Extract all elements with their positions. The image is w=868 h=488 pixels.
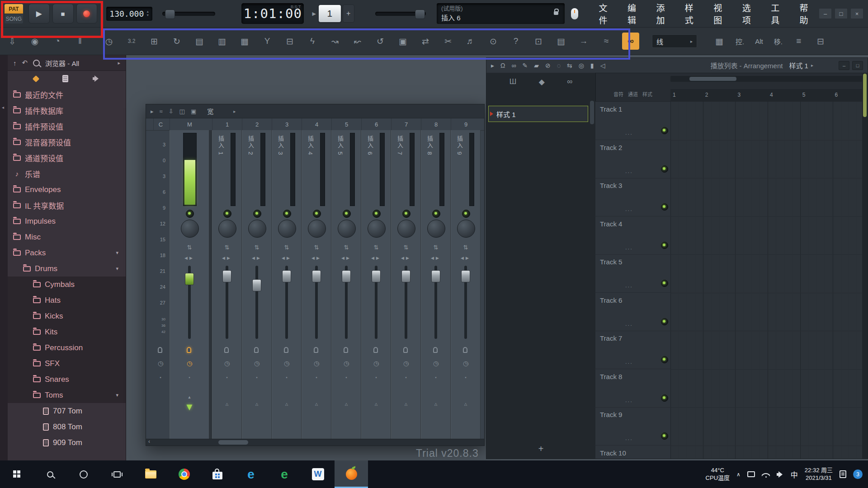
channel-enable-led[interactable]	[462, 210, 470, 218]
brush-icon[interactable]: ▰	[534, 62, 539, 69]
slot-clock-icon[interactable]: ◷	[403, 360, 409, 367]
browser-item-plugin-presets[interactable]: 插件预设值	[8, 118, 126, 134]
tray-overflow-icon[interactable]: ∧	[736, 471, 741, 478]
split-channels-icon[interactable]: Y	[259, 33, 276, 50]
volume-fader[interactable]	[188, 266, 191, 339]
fader-handle[interactable]	[342, 270, 351, 282]
menu-add[interactable]: 添加	[656, 1, 672, 26]
track-options-button[interactable]: ...	[625, 206, 633, 212]
wps-taskbar-icon[interactable]: W	[301, 460, 335, 488]
browser-up-icon[interactable]: ↑	[13, 59, 17, 67]
browser-item-sfx[interactable]: SFX	[8, 356, 126, 371]
picker-scrollbar[interactable]	[590, 101, 594, 124]
record-audio-icon[interactable]: ♬	[462, 33, 479, 50]
channel-enable-led[interactable]	[432, 210, 440, 218]
fader-handle[interactable]	[372, 270, 381, 282]
channel-enable-led[interactable]	[223, 210, 231, 218]
mixer-header-channel-2[interactable]: 2	[242, 118, 272, 130]
playlist-track-8[interactable]: Track 8...	[595, 369, 670, 408]
mixer-titlebar[interactable]: ▸≈⇩◫▣ 宽 ▸	[146, 104, 484, 118]
browser-item-channel-presets[interactable]: 通道预设值	[8, 150, 126, 166]
browser-item-plugin-database[interactable]: 插件数据库	[8, 103, 126, 118]
playlist-track-5[interactable]: Track 5...	[595, 254, 670, 293]
browser-item-kicks[interactable]: Kicks	[8, 308, 126, 324]
volume-fader[interactable]	[375, 266, 377, 339]
mixer-strip-4[interactable]: 插入 4⇅◀▶◷•▵	[302, 130, 331, 439]
step-editing-icon[interactable]: ▤	[191, 33, 208, 50]
project-files-icon[interactable]: ⊟	[812, 33, 829, 50]
slider-handle[interactable]	[165, 9, 175, 19]
channel-enable-led[interactable]	[283, 210, 291, 218]
ctrl-button[interactable]: 控.	[732, 33, 747, 50]
task-view-button[interactable]	[100, 460, 134, 488]
browser-item-909-tom[interactable]: 909 Tom	[8, 435, 126, 450]
browser-item-kits[interactable]: Kits	[8, 324, 126, 340]
mixer-header-channel-8[interactable]: 8	[421, 118, 451, 130]
track-options-button[interactable]: ...	[625, 397, 633, 404]
mixer-scrollbar[interactable]: ‹	[146, 439, 484, 446]
browser-item-impulses[interactable]: Impulses	[8, 213, 126, 229]
line-tool-selector[interactable]: 线 ▸	[652, 34, 697, 48]
track-enable-led[interactable]	[661, 242, 668, 249]
master-volume-slider[interactable]	[162, 12, 215, 16]
record-button[interactable]	[76, 4, 98, 23]
channel-pan-knob[interactable]	[338, 220, 356, 238]
content-file-icon[interactable]	[62, 75, 68, 82]
playlist-horizontal-scrollbar[interactable]	[670, 76, 862, 82]
delete-icon[interactable]: ⊘	[545, 62, 551, 69]
playlist-track-1[interactable]: Track 1...	[595, 102, 670, 140]
fader-handle[interactable]	[461, 270, 470, 282]
browser-item-il-shared-data[interactable]: IL 共享数据	[8, 197, 126, 213]
song-mode-button[interactable]: SONG	[5, 14, 23, 23]
mixer-master-strip[interactable]: ⇅◀▶◷•▲▼	[170, 130, 209, 439]
chrome-taskbar-icon[interactable]	[167, 460, 201, 488]
explorer-taskbar-icon[interactable]	[134, 460, 167, 488]
playlist-track-3[interactable]: Track 3...	[595, 178, 670, 216]
playlist-track-2[interactable]: Track 2...	[595, 140, 670, 178]
tablet-mode-icon[interactable]	[747, 471, 755, 477]
mixer-view-icon[interactable]: ≈	[160, 108, 163, 115]
track-options-button[interactable]: ...	[625, 129, 633, 136]
slot-lamp-icon[interactable]	[158, 347, 162, 353]
playlist-pattern-label[interactable]: 样式 1	[789, 61, 808, 70]
add-pattern-button[interactable]: +	[343, 5, 354, 23]
help-icon[interactable]: ?	[507, 33, 524, 50]
track-options-button[interactable]: ...	[625, 358, 633, 365]
slot-lamp-icon[interactable]	[373, 347, 378, 353]
channel-pan-knob[interactable]	[457, 220, 475, 238]
pat-mode-button[interactable]: PAT	[5, 4, 23, 14]
scrollbar-handle[interactable]	[863, 74, 867, 117]
channel-pan-knob[interactable]	[368, 220, 386, 238]
browser-item-packs[interactable]: Packs▾	[8, 245, 126, 261]
mixer-header-channel-1[interactable]: 1	[212, 118, 242, 130]
playlist-track-10[interactable]: Track 10...	[595, 446, 670, 459]
channel-enable-led[interactable]	[313, 210, 321, 218]
playlist-grid[interactable]	[670, 102, 862, 459]
tools-menu-icon[interactable]: ≡	[790, 33, 807, 50]
playlist-minimize-button[interactable]: –	[839, 61, 849, 70]
multilink-controllers-icon[interactable]: ▥	[213, 33, 231, 50]
mixer-strip-1[interactable]: 插入 1⇅◀▶◷•▵	[212, 130, 242, 439]
channel-pan-knob[interactable]	[427, 220, 445, 238]
stop-button[interactable]: ■	[52, 4, 74, 23]
picker-automation-icon[interactable]: ∞	[567, 77, 572, 86]
slot-lamp-icon[interactable]	[284, 347, 288, 353]
alt-button[interactable]: Alt	[752, 33, 766, 50]
tempo-display[interactable]: 130.000 ▲▼	[106, 7, 152, 21]
browser-item-scores[interactable]: ♪乐谱	[8, 166, 126, 182]
browser-back-icon[interactable]: ↶	[22, 59, 28, 67]
pattern-selector[interactable]: 1	[319, 5, 341, 22]
slot-clock-icon[interactable]: ◷	[373, 360, 379, 367]
mixer-header-channel-5[interactable]: 5	[331, 118, 361, 130]
volume-fader[interactable]	[464, 266, 467, 339]
volume-fader[interactable]	[405, 266, 407, 339]
main-volume-knob-icon[interactable]: ◉	[26, 33, 43, 50]
mixer-strip-3[interactable]: 插入 3⇅◀▶◷•▵	[272, 130, 302, 439]
volume-fader[interactable]	[255, 266, 258, 339]
mixer-header-channel-6[interactable]: 6	[361, 118, 391, 130]
browser-item-mixer-presets[interactable]: 混音器预设值	[8, 134, 126, 150]
browser-item-707-tom[interactable]: 707 Tom	[8, 403, 126, 419]
envelope-icon[interactable]: ↝	[326, 33, 344, 50]
midi-link-icon[interactable]: ∞	[622, 33, 639, 50]
smart-find-icon[interactable]	[33, 75, 40, 82]
